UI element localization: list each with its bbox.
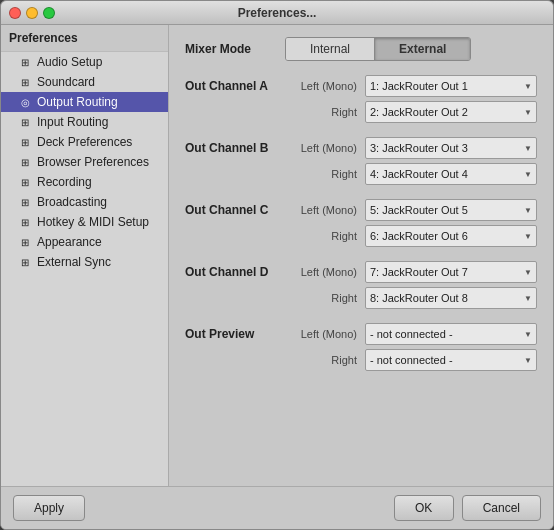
channel-left-dropdown-wrapper-0: 1: JackRouter Out 1 — [365, 75, 537, 97]
footer-right: OK Cancel — [394, 495, 541, 521]
channel-right-row-0: Right2: JackRouter Out 2 — [185, 101, 537, 123]
sidebar-icon-external-sync: ⊞ — [21, 257, 33, 268]
footer: Apply OK Cancel — [1, 486, 553, 529]
sidebar-label-output-routing: Output Routing — [37, 95, 118, 109]
sidebar-header: Preferences — [1, 25, 168, 52]
sidebar-icon-appearance: ⊞ — [21, 237, 33, 248]
sidebar-item-soundcard[interactable]: ⊞Soundcard — [1, 72, 168, 92]
channel-left-label-3: Left (Mono) — [285, 266, 365, 278]
channel-right-dropdown-wrapper-4: - not connected - — [365, 349, 537, 371]
channel-left-select-1[interactable]: 3: JackRouter Out 3 — [365, 137, 537, 159]
channel-left-label-0: Left (Mono) — [285, 80, 365, 92]
channel-left-select-3[interactable]: 7: JackRouter Out 7 — [365, 261, 537, 283]
channel-name-4: Out Preview — [185, 327, 285, 341]
titlebar: Preferences... — [1, 1, 553, 25]
channel-right-dropdown-wrapper-0: 2: JackRouter Out 2 — [365, 101, 537, 123]
channel-right-select-0[interactable]: 2: JackRouter Out 2 — [365, 101, 537, 123]
sidebar-item-appearance[interactable]: ⊞Appearance — [1, 232, 168, 252]
sidebar-item-deck-preferences[interactable]: ⊞Deck Preferences — [1, 132, 168, 152]
mixer-mode-label: Mixer Mode — [185, 42, 285, 56]
channel-right-select-4[interactable]: - not connected - — [365, 349, 537, 371]
sidebar-label-external-sync: External Sync — [37, 255, 111, 269]
channel-section-0: Out Channel ALeft (Mono)1: JackRouter Ou… — [185, 75, 537, 127]
sidebar-item-input-routing[interactable]: ⊞Input Routing — [1, 112, 168, 132]
channel-left-dropdown-wrapper-4: - not connected - — [365, 323, 537, 345]
channel-section-4: Out PreviewLeft (Mono)- not connected -R… — [185, 323, 537, 375]
minimize-button[interactable] — [26, 7, 38, 19]
sidebar-label-hotkey-midi: Hotkey & MIDI Setup — [37, 215, 149, 229]
channel-name-0: Out Channel A — [185, 79, 285, 93]
sidebar-item-recording[interactable]: ⊞Recording — [1, 172, 168, 192]
sidebar-icon-hotkey-midi: ⊞ — [21, 217, 33, 228]
channel-left-row-0: Out Channel ALeft (Mono)1: JackRouter Ou… — [185, 75, 537, 97]
channel-left-dropdown-wrapper-1: 3: JackRouter Out 3 — [365, 137, 537, 159]
cancel-button[interactable]: Cancel — [462, 495, 541, 521]
channel-section-1: Out Channel BLeft (Mono)3: JackRouter Ou… — [185, 137, 537, 189]
channel-right-label-3: Right — [285, 292, 365, 304]
sidebar-item-external-sync[interactable]: ⊞External Sync — [1, 252, 168, 272]
channel-right-row-2: Right6: JackRouter Out 6 — [185, 225, 537, 247]
sidebar-label-deck-preferences: Deck Preferences — [37, 135, 132, 149]
sidebar-icon-output-routing: ◎ — [21, 97, 33, 108]
sidebar-label-broadcasting: Broadcasting — [37, 195, 107, 209]
preferences-window: Preferences... Preferences ⊞Audio Setup⊞… — [0, 0, 554, 530]
sidebar-icon-recording: ⊞ — [21, 177, 33, 188]
channel-left-label-1: Left (Mono) — [285, 142, 365, 154]
sidebar-label-appearance: Appearance — [37, 235, 102, 249]
sidebar-item-broadcasting[interactable]: ⊞Broadcasting — [1, 192, 168, 212]
sidebar-icon-audio-setup: ⊞ — [21, 57, 33, 68]
channel-left-select-4[interactable]: - not connected - — [365, 323, 537, 345]
channel-left-select-0[interactable]: 1: JackRouter Out 1 — [365, 75, 537, 97]
window-title: Preferences... — [238, 6, 317, 20]
sidebar-item-output-routing[interactable]: ◎Output Routing — [1, 92, 168, 112]
mixer-external-button[interactable]: External — [375, 38, 470, 60]
sidebar-icon-browser-preferences: ⊞ — [21, 157, 33, 168]
channel-right-dropdown-wrapper-3: 8: JackRouter Out 8 — [365, 287, 537, 309]
mixer-mode-buttons: Internal External — [285, 37, 471, 61]
channel-right-select-3[interactable]: 8: JackRouter Out 8 — [365, 287, 537, 309]
channel-name-1: Out Channel B — [185, 141, 285, 155]
channel-left-row-1: Out Channel BLeft (Mono)3: JackRouter Ou… — [185, 137, 537, 159]
channel-left-dropdown-wrapper-3: 7: JackRouter Out 7 — [365, 261, 537, 283]
channel-right-label-4: Right — [285, 354, 365, 366]
channel-left-label-2: Left (Mono) — [285, 204, 365, 216]
footer-left: Apply — [13, 495, 85, 521]
channel-left-row-3: Out Channel DLeft (Mono)7: JackRouter Ou… — [185, 261, 537, 283]
channel-left-row-2: Out Channel CLeft (Mono)5: JackRouter Ou… — [185, 199, 537, 221]
channel-right-label-0: Right — [285, 106, 365, 118]
apply-button[interactable]: Apply — [13, 495, 85, 521]
close-button[interactable] — [9, 7, 21, 19]
sidebar-icon-input-routing: ⊞ — [21, 117, 33, 128]
sidebar-label-input-routing: Input Routing — [37, 115, 108, 129]
maximize-button[interactable] — [43, 7, 55, 19]
channel-right-row-4: Right- not connected - — [185, 349, 537, 371]
sidebar-icon-soundcard: ⊞ — [21, 77, 33, 88]
sidebar-item-audio-setup[interactable]: ⊞Audio Setup — [1, 52, 168, 72]
channel-section-3: Out Channel DLeft (Mono)7: JackRouter Ou… — [185, 261, 537, 313]
channel-right-select-2[interactable]: 6: JackRouter Out 6 — [365, 225, 537, 247]
channel-right-dropdown-wrapper-2: 6: JackRouter Out 6 — [365, 225, 537, 247]
channel-right-row-3: Right8: JackRouter Out 8 — [185, 287, 537, 309]
main-panel: Mixer Mode Internal External Out Channel… — [169, 25, 553, 486]
sidebar-label-soundcard: Soundcard — [37, 75, 95, 89]
channel-name-2: Out Channel C — [185, 203, 285, 217]
channel-right-dropdown-wrapper-1: 4: JackRouter Out 4 — [365, 163, 537, 185]
channel-left-label-4: Left (Mono) — [285, 328, 365, 340]
mixer-mode-row: Mixer Mode Internal External — [185, 37, 537, 61]
ok-button[interactable]: OK — [394, 495, 454, 521]
content-area: Preferences ⊞Audio Setup⊞Soundcard◎Outpu… — [1, 25, 553, 486]
channel-left-select-2[interactable]: 5: JackRouter Out 5 — [365, 199, 537, 221]
window-controls — [9, 7, 55, 19]
channel-right-select-1[interactable]: 4: JackRouter Out 4 — [365, 163, 537, 185]
sidebar-label-browser-preferences: Browser Preferences — [37, 155, 149, 169]
channel-name-3: Out Channel D — [185, 265, 285, 279]
channel-right-label-2: Right — [285, 230, 365, 242]
sidebar-item-hotkey-midi[interactable]: ⊞Hotkey & MIDI Setup — [1, 212, 168, 232]
sidebar-icon-broadcasting: ⊞ — [21, 197, 33, 208]
sidebar-item-browser-preferences[interactable]: ⊞Browser Preferences — [1, 152, 168, 172]
channel-section-2: Out Channel CLeft (Mono)5: JackRouter Ou… — [185, 199, 537, 251]
channel-left-dropdown-wrapper-2: 5: JackRouter Out 5 — [365, 199, 537, 221]
channel-right-label-1: Right — [285, 168, 365, 180]
mixer-internal-button[interactable]: Internal — [286, 38, 375, 60]
sidebar: Preferences ⊞Audio Setup⊞Soundcard◎Outpu… — [1, 25, 169, 486]
